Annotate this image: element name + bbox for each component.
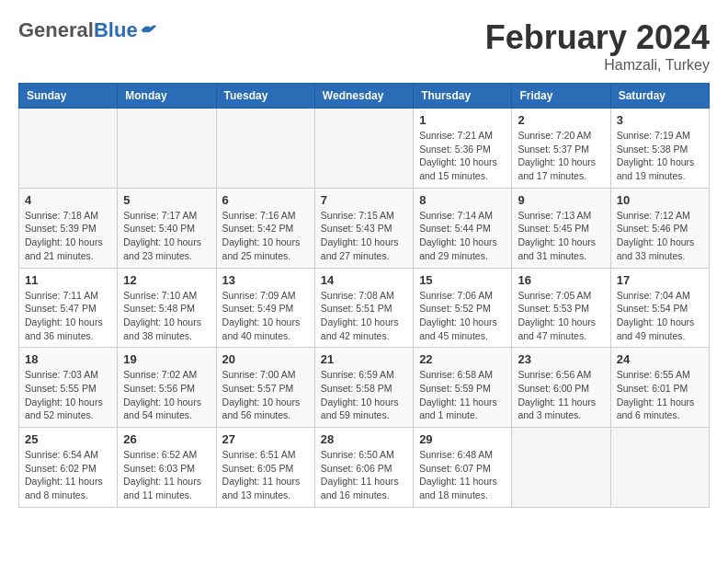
day-number: 10 [617, 193, 703, 207]
calendar-cell [512, 428, 610, 508]
weekday-header-sunday: Sunday [19, 84, 118, 109]
calendar-cell: 28Sunrise: 6:50 AMSunset: 6:06 PMDayligh… [314, 428, 413, 508]
day-number: 5 [123, 193, 210, 207]
calendar-table: SundayMondayTuesdayWednesdayThursdayFrid… [18, 83, 710, 508]
day-number: 12 [123, 273, 210, 287]
logo-bird-icon [140, 21, 158, 40]
calendar-cell: 16Sunrise: 7:05 AMSunset: 5:53 PMDayligh… [512, 268, 610, 348]
calendar-cell [216, 109, 314, 189]
day-info: Sunrise: 7:09 AMSunset: 5:49 PMDaylight:… [222, 289, 309, 343]
day-info: Sunrise: 6:58 AMSunset: 5:59 PMDaylight:… [419, 368, 506, 422]
weekday-header-wednesday: Wednesday [314, 84, 413, 109]
calendar-cell: 9Sunrise: 7:13 AMSunset: 5:45 PMDaylight… [512, 188, 610, 268]
calendar-cell: 15Sunrise: 7:06 AMSunset: 5:52 PMDayligh… [414, 268, 512, 348]
weekday-header-row: SundayMondayTuesdayWednesdayThursdayFrid… [19, 84, 710, 109]
day-number: 8 [419, 193, 506, 207]
day-info: Sunrise: 7:05 AMSunset: 5:53 PMDaylight:… [518, 289, 604, 343]
calendar-week-row: 25Sunrise: 6:54 AMSunset: 6:02 PMDayligh… [19, 428, 710, 508]
calendar-cell: 6Sunrise: 7:16 AMSunset: 5:42 PMDaylight… [216, 188, 314, 268]
weekday-header-tuesday: Tuesday [216, 84, 314, 109]
day-info: Sunrise: 6:50 AMSunset: 6:06 PMDaylight:… [321, 448, 407, 502]
calendar-week-row: 11Sunrise: 7:11 AMSunset: 5:47 PMDayligh… [19, 268, 710, 348]
day-info: Sunrise: 7:16 AMSunset: 5:42 PMDaylight:… [222, 209, 309, 263]
day-number: 6 [222, 193, 309, 207]
day-info: Sunrise: 7:06 AMSunset: 5:52 PMDaylight:… [419, 289, 506, 343]
calendar-cell [19, 109, 118, 189]
calendar-week-row: 18Sunrise: 7:03 AMSunset: 5:55 PMDayligh… [19, 348, 710, 428]
calendar-cell: 10Sunrise: 7:12 AMSunset: 5:46 PMDayligh… [610, 188, 709, 268]
calendar-cell [610, 428, 709, 508]
day-info: Sunrise: 7:12 AMSunset: 5:46 PMDaylight:… [617, 209, 703, 263]
day-number: 14 [321, 273, 407, 287]
calendar-cell [314, 109, 413, 189]
calendar-cell: 4Sunrise: 7:18 AMSunset: 5:39 PMDaylight… [19, 188, 118, 268]
day-number: 18 [25, 352, 111, 366]
calendar-cell: 25Sunrise: 6:54 AMSunset: 6:02 PMDayligh… [19, 428, 118, 508]
calendar-subtitle: Hamzali, Turkey [485, 57, 710, 74]
calendar-cell: 20Sunrise: 7:00 AMSunset: 5:57 PMDayligh… [216, 348, 314, 428]
calendar-cell: 29Sunrise: 6:48 AMSunset: 6:07 PMDayligh… [414, 428, 512, 508]
day-number: 21 [321, 352, 407, 366]
logo-blue-text: Blue [94, 18, 138, 42]
calendar-week-row: 4Sunrise: 7:18 AMSunset: 5:39 PMDaylight… [19, 188, 710, 268]
day-info: Sunrise: 6:48 AMSunset: 6:07 PMDaylight:… [419, 448, 506, 502]
day-number: 27 [222, 432, 309, 446]
day-info: Sunrise: 7:08 AMSunset: 5:51 PMDaylight:… [321, 289, 407, 343]
calendar-cell: 2Sunrise: 7:20 AMSunset: 5:37 PMDaylight… [512, 109, 610, 189]
calendar-cell: 13Sunrise: 7:09 AMSunset: 5:49 PMDayligh… [216, 268, 314, 348]
day-info: Sunrise: 6:52 AMSunset: 6:03 PMDaylight:… [123, 448, 210, 502]
day-number: 29 [419, 432, 506, 446]
day-number: 4 [25, 193, 111, 207]
calendar-cell: 14Sunrise: 7:08 AMSunset: 5:51 PMDayligh… [314, 268, 413, 348]
day-info: Sunrise: 7:03 AMSunset: 5:55 PMDaylight:… [25, 368, 111, 422]
calendar-cell [118, 109, 216, 189]
day-number: 24 [617, 352, 703, 366]
calendar-cell: 22Sunrise: 6:58 AMSunset: 5:59 PMDayligh… [414, 348, 512, 428]
day-info: Sunrise: 6:59 AMSunset: 5:58 PMDaylight:… [321, 368, 407, 422]
day-info: Sunrise: 7:00 AMSunset: 5:57 PMDaylight:… [222, 368, 309, 422]
day-info: Sunrise: 7:17 AMSunset: 5:40 PMDaylight:… [123, 209, 210, 263]
day-info: Sunrise: 7:04 AMSunset: 5:54 PMDaylight:… [617, 289, 703, 343]
day-number: 9 [518, 193, 604, 207]
day-info: Sunrise: 7:21 AMSunset: 5:36 PMDaylight:… [419, 129, 506, 183]
calendar-cell: 18Sunrise: 7:03 AMSunset: 5:55 PMDayligh… [19, 348, 118, 428]
day-info: Sunrise: 7:10 AMSunset: 5:48 PMDaylight:… [123, 289, 210, 343]
day-info: Sunrise: 6:55 AMSunset: 6:01 PMDaylight:… [617, 368, 703, 422]
day-number: 13 [222, 273, 309, 287]
day-number: 26 [123, 432, 210, 446]
logo: GeneralBlue [18, 18, 158, 42]
day-info: Sunrise: 7:11 AMSunset: 5:47 PMDaylight:… [25, 289, 111, 343]
calendar-cell: 11Sunrise: 7:11 AMSunset: 5:47 PMDayligh… [19, 268, 118, 348]
day-info: Sunrise: 7:02 AMSunset: 5:56 PMDaylight:… [123, 368, 210, 422]
day-number: 1 [419, 113, 506, 127]
calendar-cell: 17Sunrise: 7:04 AMSunset: 5:54 PMDayligh… [610, 268, 709, 348]
weekday-header-friday: Friday [512, 84, 610, 109]
weekday-header-saturday: Saturday [610, 84, 709, 109]
calendar-cell: 26Sunrise: 6:52 AMSunset: 6:03 PMDayligh… [118, 428, 216, 508]
title-section: February 2024 Hamzali, Turkey [485, 18, 710, 74]
day-number: 23 [518, 352, 604, 366]
day-number: 16 [518, 273, 604, 287]
day-info: Sunrise: 7:18 AMSunset: 5:39 PMDaylight:… [25, 209, 111, 263]
calendar-cell: 3Sunrise: 7:19 AMSunset: 5:38 PMDaylight… [610, 109, 709, 189]
day-number: 17 [617, 273, 703, 287]
day-info: Sunrise: 6:54 AMSunset: 6:02 PMDaylight:… [25, 448, 111, 502]
weekday-header-monday: Monday [118, 84, 216, 109]
day-info: Sunrise: 7:15 AMSunset: 5:43 PMDaylight:… [321, 209, 407, 263]
calendar-cell: 21Sunrise: 6:59 AMSunset: 5:58 PMDayligh… [314, 348, 413, 428]
day-number: 25 [25, 432, 111, 446]
page-header: GeneralBlue February 2024 Hamzali, Turke… [18, 18, 710, 74]
day-info: Sunrise: 7:20 AMSunset: 5:37 PMDaylight:… [518, 129, 604, 183]
day-number: 3 [617, 113, 703, 127]
logo-general-text: General [18, 18, 94, 42]
day-info: Sunrise: 6:51 AMSunset: 6:05 PMDaylight:… [222, 448, 309, 502]
calendar-cell: 1Sunrise: 7:21 AMSunset: 5:36 PMDaylight… [414, 109, 512, 189]
calendar-title: February 2024 [485, 18, 710, 57]
calendar-cell: 8Sunrise: 7:14 AMSunset: 5:44 PMDaylight… [414, 188, 512, 268]
calendar-cell: 7Sunrise: 7:15 AMSunset: 5:43 PMDaylight… [314, 188, 413, 268]
day-number: 19 [123, 352, 210, 366]
calendar-week-row: 1Sunrise: 7:21 AMSunset: 5:36 PMDaylight… [19, 109, 710, 189]
calendar-cell: 27Sunrise: 6:51 AMSunset: 6:05 PMDayligh… [216, 428, 314, 508]
day-number: 7 [321, 193, 407, 207]
day-info: Sunrise: 7:19 AMSunset: 5:38 PMDaylight:… [617, 129, 703, 183]
